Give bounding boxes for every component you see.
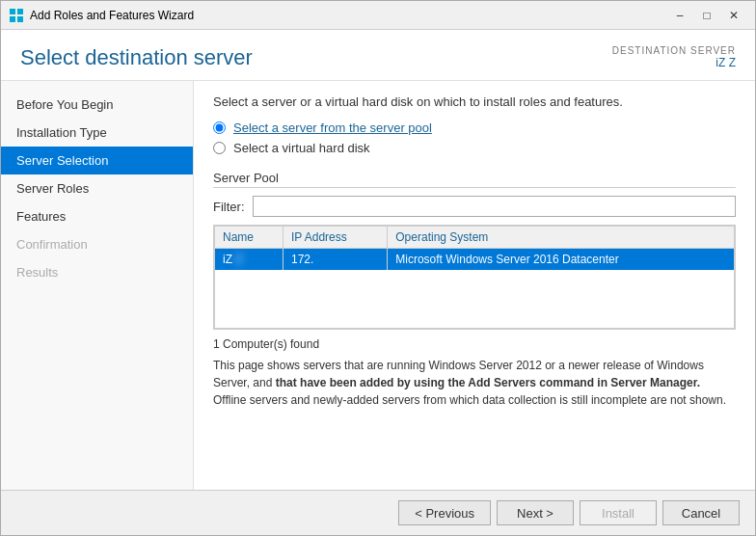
page-title: Select destination server bbox=[20, 45, 253, 70]
main-content: Select a server or a virtual hard disk o… bbox=[194, 81, 755, 490]
radio-pool-label[interactable]: Select a server from the server pool bbox=[233, 121, 432, 135]
sidebar-item-results: Results bbox=[1, 258, 193, 286]
sidebar-item-server-selection[interactable]: Server Selection bbox=[1, 147, 193, 174]
info-text: This page shows servers that are running… bbox=[213, 357, 736, 409]
server-pool-title: Server Pool bbox=[213, 171, 736, 188]
app-icon bbox=[9, 8, 24, 23]
col-ip: IP Address bbox=[283, 227, 387, 249]
sidebar-item-features[interactable]: Features bbox=[1, 202, 193, 230]
cell-os: Microsoft Windows Server 2016 Datacenter bbox=[388, 249, 735, 271]
previous-button[interactable]: < Previous bbox=[398, 500, 491, 525]
maximize-button[interactable]: □ bbox=[693, 2, 720, 29]
radio-option-vhd: Select a virtual hard disk bbox=[213, 141, 736, 155]
destination-server-info: DESTINATION SERVER iZ Z bbox=[612, 45, 736, 69]
server-pool-table-wrapper: Name IP Address Operating System iZ Z bbox=[213, 225, 736, 330]
svg-rect-2 bbox=[10, 16, 15, 22]
empty-row bbox=[215, 270, 735, 328]
filter-label: Filter: bbox=[213, 200, 245, 214]
minimize-button[interactable]: – bbox=[666, 2, 693, 29]
filter-row: Filter: bbox=[213, 196, 736, 217]
sidebar: Before You Begin Installation Type Serve… bbox=[1, 81, 194, 490]
sidebar-item-confirmation: Confirmation bbox=[1, 230, 193, 258]
sidebar-item-before-you-begin[interactable]: Before You Begin bbox=[1, 91, 193, 119]
radio-group: Select a server from the server pool Sel… bbox=[213, 121, 736, 155]
svg-rect-3 bbox=[17, 16, 23, 22]
window-controls: – □ ✕ bbox=[666, 2, 747, 29]
table-row[interactable]: iZ Z 172. Microsoft Windows Server 2016 … bbox=[215, 249, 735, 271]
pool-count: 1 Computer(s) found bbox=[213, 337, 736, 351]
main-window: Add Roles and Features Wizard – □ ✕ Sele… bbox=[0, 0, 756, 536]
radio-vhd-input[interactable] bbox=[213, 142, 226, 154]
close-button[interactable]: ✕ bbox=[720, 2, 747, 29]
svg-rect-0 bbox=[10, 9, 15, 14]
table-header-row: Name IP Address Operating System bbox=[215, 227, 735, 249]
next-button[interactable]: Next > bbox=[497, 500, 574, 525]
svg-rect-1 bbox=[17, 9, 23, 14]
filter-input[interactable] bbox=[253, 196, 737, 217]
destination-server-name: iZ Z bbox=[612, 56, 736, 69]
instruction-text: Select a server or a virtual hard disk o… bbox=[213, 94, 736, 109]
window-title: Add Roles and Features Wizard bbox=[30, 9, 666, 22]
col-os: Operating System bbox=[388, 227, 735, 249]
install-button[interactable]: Install bbox=[580, 500, 657, 525]
radio-vhd-label[interactable]: Select a virtual hard disk bbox=[233, 141, 370, 155]
radio-pool-input[interactable] bbox=[213, 121, 226, 134]
body: Before You Begin Installation Type Serve… bbox=[1, 81, 755, 490]
destination-server-label: DESTINATION SERVER bbox=[612, 45, 736, 56]
titlebar: Add Roles and Features Wizard – □ ✕ bbox=[1, 1, 755, 30]
sidebar-item-installation-type[interactable]: Installation Type bbox=[1, 119, 193, 147]
page-header: Select destination server DESTINATION SE… bbox=[1, 30, 755, 81]
col-name: Name bbox=[215, 227, 284, 249]
cell-name: iZ Z bbox=[215, 249, 284, 271]
radio-option-pool: Select a server from the server pool bbox=[213, 121, 736, 135]
footer: < Previous Next > Install Cancel bbox=[1, 490, 755, 535]
sidebar-item-server-roles[interactable]: Server Roles bbox=[1, 174, 193, 202]
cell-ip: 172. bbox=[283, 249, 387, 271]
server-pool-table: Name IP Address Operating System iZ Z bbox=[214, 226, 735, 329]
cancel-button[interactable]: Cancel bbox=[662, 500, 740, 525]
